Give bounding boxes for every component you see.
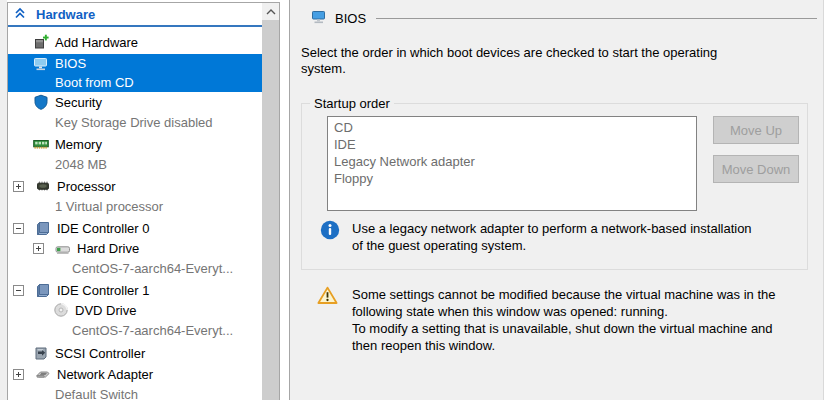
add-hardware-icon <box>33 34 49 50</box>
sidebar-scrollbar[interactable] <box>262 3 279 400</box>
ide-controller-icon <box>35 220 51 236</box>
list-item: Floppy <box>328 170 696 187</box>
tree-item-label: DVD Drive <box>75 303 136 318</box>
move-down-button[interactable]: Move Down <box>713 155 799 183</box>
tree-item-network-adapter[interactable]: Network Adapter <box>8 364 262 384</box>
hardware-tree-panel: Hardware Add Hardware BIOS Boot from CD … <box>7 2 280 400</box>
tree-item-label: IDE Controller 0 <box>57 221 149 236</box>
tree-item-subtitle: CentOS-7-aarch64-Everyt... <box>8 320 262 340</box>
security-shield-icon <box>33 94 49 110</box>
tree-item-subtitle: 2048 MB <box>8 154 262 174</box>
page-title: BIOS <box>335 11 366 26</box>
header-divider <box>376 18 817 19</box>
tree-item-scsi-controller[interactable]: SCSI Controller <box>8 343 262 363</box>
info-note: Use a legacy network adapter to perform … <box>320 220 752 254</box>
tree-item-add-hardware[interactable]: Add Hardware <box>8 32 262 52</box>
tree-item-label: Add Hardware <box>55 35 138 50</box>
startup-order-groupbox: Startup order CD IDE Legacy Network adap… <box>301 103 808 270</box>
collapse-section-icon[interactable] <box>14 7 26 22</box>
dvd-drive-icon <box>53 302 69 318</box>
expand-icon[interactable] <box>13 369 24 380</box>
tree-item-label: Security <box>55 95 102 110</box>
tree-item-ide-controller-0[interactable]: IDE Controller 0 <box>8 218 262 238</box>
list-item: CD <box>328 119 696 136</box>
list-item: Legacy Network adapter <box>328 153 696 170</box>
page-description: Select the order in which boot devices a… <box>301 45 823 77</box>
ide-controller-icon <box>35 282 51 298</box>
groupbox-label: Startup order <box>310 96 394 111</box>
tree-item-subtitle: Boot from CD <box>8 73 262 92</box>
tree-item-ide-controller-1[interactable]: IDE Controller 1 <box>8 280 262 300</box>
info-icon <box>320 220 340 254</box>
warning-note: Some settings cannot be modified because… <box>317 286 775 354</box>
collapse-icon[interactable] <box>13 223 24 234</box>
chevron-up-icon <box>266 8 276 16</box>
tree-item-subtitle: CentOS-7-aarch64-Everyt... <box>8 258 262 278</box>
expand-icon[interactable] <box>33 243 44 254</box>
tree-item-subtitle: 1 Virtual processor <box>8 196 262 216</box>
scrollbar-thumb[interactable] <box>262 20 279 400</box>
tree-item-bios-selected[interactable]: BIOS Boot from CD <box>8 54 262 92</box>
tree-item-subtitle: Key Storage Drive disabled <box>8 112 262 132</box>
tree-item-label: IDE Controller 1 <box>57 283 149 298</box>
network-adapter-icon <box>35 366 51 382</box>
scsi-controller-icon <box>33 345 49 361</box>
hardware-tree: Add Hardware BIOS Boot from CD Security … <box>8 32 279 400</box>
bios-settings-panel: BIOS Select the order in which boot devi… <box>289 0 824 400</box>
tree-item-label: Processor <box>57 179 116 194</box>
tree-item-label: Memory <box>55 137 102 152</box>
bios-icon <box>311 9 327 28</box>
hardware-section-header[interactable]: Hardware <box>8 3 262 27</box>
tree-item-memory[interactable]: Memory <box>8 134 262 154</box>
window-left-margin <box>0 0 7 400</box>
page-header: BIOS <box>290 0 823 28</box>
tree-item-processor[interactable]: Processor <box>8 176 262 196</box>
collapse-icon[interactable] <box>13 285 24 296</box>
scroll-up-button[interactable] <box>262 3 279 20</box>
tree-item-label: Hard Drive <box>77 241 139 256</box>
memory-icon <box>33 136 49 152</box>
warning-icon <box>317 286 338 354</box>
tree-item-label: SCSI Controller <box>55 346 145 361</box>
warning-text: Some settings cannot be modified because… <box>352 286 775 354</box>
info-text: Use a legacy network adapter to perform … <box>352 220 752 254</box>
hardware-section-label: Hardware <box>36 7 95 22</box>
bios-icon <box>33 56 49 72</box>
tree-item-hard-drive[interactable]: Hard Drive <box>8 238 262 258</box>
expand-icon[interactable] <box>13 181 24 192</box>
list-item: IDE <box>328 136 696 153</box>
tree-item-dvd-drive[interactable]: DVD Drive <box>8 300 262 320</box>
processor-icon <box>35 178 51 194</box>
hard-drive-icon <box>55 240 71 256</box>
tree-item-security[interactable]: Security <box>8 92 262 112</box>
tree-item-label: BIOS <box>55 56 86 71</box>
startup-order-listbox[interactable]: CD IDE Legacy Network adapter Floppy <box>327 116 697 211</box>
move-up-button[interactable]: Move Up <box>713 116 799 144</box>
tree-item-subtitle: Default Switch <box>8 384 262 400</box>
tree-item-label: Network Adapter <box>57 367 153 382</box>
